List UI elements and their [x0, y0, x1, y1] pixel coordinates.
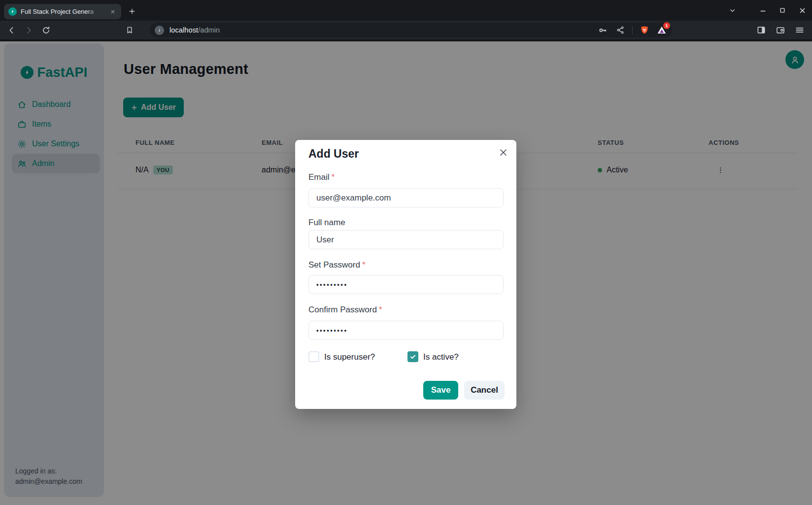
url-path: /admin — [198, 26, 220, 34]
bookmark-icon[interactable] — [124, 25, 135, 35]
modal-close-icon[interactable] — [497, 146, 509, 158]
url-bar[interactable]: localhost/admin 1 — [150, 23, 672, 37]
notification-badge: 1 — [663, 22, 670, 29]
password-key-icon[interactable] — [598, 25, 609, 35]
is-superuser-checkbox[interactable] — [308, 351, 319, 362]
fastapi-favicon-icon — [8, 7, 17, 16]
brave-rewards-icon[interactable]: 1 — [656, 25, 667, 35]
email-label-text: Email — [308, 172, 330, 182]
tab-title-fade — [87, 4, 102, 19]
browser-tabstrip: Full Stack Project Genera — [0, 0, 812, 21]
url-text: localhost/admin — [169, 26, 220, 34]
brave-shield-icon[interactable] — [639, 25, 650, 35]
confirm-password-label-text: Confirm Password — [308, 305, 377, 314]
is-active-label: Is active? — [423, 352, 459, 362]
new-tab-button[interactable] — [126, 5, 138, 17]
set-password-label-text: Set Password — [308, 260, 360, 269]
share-icon[interactable] — [615, 25, 626, 35]
url-host: localhost — [169, 26, 198, 34]
set-password-label: Set Password* — [308, 260, 366, 270]
required-asterisk: * — [379, 305, 382, 314]
toolbar-divider — [632, 26, 633, 34]
fullname-label: Full name — [308, 218, 345, 228]
set-password-field[interactable] — [308, 275, 504, 294]
cancel-button[interactable]: Cancel — [464, 381, 505, 400]
checkbox-row: Is superuser? Is active? — [308, 351, 505, 363]
is-superuser-label: Is superuser? — [324, 352, 375, 362]
required-asterisk: * — [362, 260, 366, 269]
window-close-button[interactable] — [796, 4, 808, 16]
tab-search-chevron-icon[interactable] — [726, 4, 738, 16]
email-label: Email* — [308, 172, 335, 182]
forward-button[interactable] — [23, 25, 34, 35]
back-button[interactable] — [6, 25, 17, 35]
is-active-checkbox[interactable] — [407, 351, 418, 362]
browser-toolbar: localhost/admin 1 — [0, 21, 812, 39]
modal-title: Add User — [308, 147, 359, 161]
side-panel-icon[interactable] — [756, 25, 767, 35]
reload-button[interactable] — [40, 25, 51, 35]
confirm-password-label: Confirm Password* — [308, 305, 382, 315]
window-maximize-button[interactable] — [777, 4, 788, 16]
tab-close-icon[interactable] — [109, 8, 117, 16]
confirm-password-field[interactable] — [308, 321, 504, 340]
fullname-label-text: Full name — [308, 218, 345, 227]
site-info-icon[interactable] — [155, 26, 164, 35]
save-button[interactable]: Save — [423, 381, 458, 400]
browser-tab[interactable]: Full Stack Project Genera — [4, 4, 121, 19]
required-asterisk: * — [332, 172, 335, 182]
menu-hamburger-icon[interactable] — [794, 25, 805, 35]
window-minimize-button[interactable] — [757, 4, 769, 16]
fullname-field[interactable] — [308, 230, 504, 249]
email-field[interactable] — [308, 188, 504, 207]
wallet-icon[interactable] — [775, 25, 786, 35]
add-user-modal: Add User Email* Full name Set Password* … — [295, 140, 516, 409]
